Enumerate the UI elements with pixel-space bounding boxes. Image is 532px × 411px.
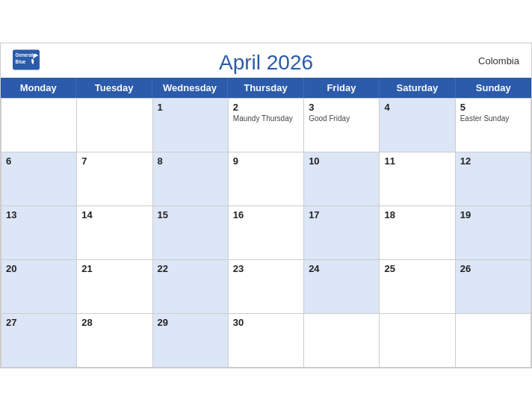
cell-date: 19 (460, 209, 526, 220)
calendar-title: April 2026 (16, 51, 516, 75)
cell-date: 3 (309, 102, 374, 113)
cell-date: 1 (158, 102, 223, 113)
cell-date: 11 (384, 155, 450, 167)
calendar-cell: 14 (77, 206, 152, 260)
calendar-grid: 12Maundy Thursday3Good Friday45Easter Su… (1, 98, 531, 368)
cell-date: 23 (233, 263, 299, 274)
calendar-cell: 25 (380, 260, 455, 314)
calendar-cell: 18 (380, 206, 455, 260)
svg-text:General: General (16, 52, 34, 58)
calendar-cell: 1 (153, 99, 229, 152)
calendar-cell: 22 (153, 260, 229, 314)
calendar-container: General Blue April 2026 Colombia Monday … (0, 43, 532, 368)
calendar-cell: 12 (456, 152, 531, 206)
cell-date: 4 (384, 102, 450, 113)
day-saturday: Saturday (380, 78, 455, 98)
calendar-cell: 2Maundy Thursday (229, 99, 304, 152)
calendar-cell: 19 (456, 206, 531, 260)
calendar-cell: 3Good Friday (304, 99, 380, 152)
day-friday: Friday (304, 78, 380, 98)
calendar-cell: 28 (77, 314, 152, 368)
logo-area: General Blue (13, 49, 40, 70)
logo-icon: General Blue (13, 49, 40, 70)
cell-date: 28 (81, 317, 147, 328)
cell-date: 5 (460, 102, 526, 113)
cell-date: 21 (81, 263, 147, 274)
calendar-cell: 16 (229, 206, 304, 260)
cell-date: 7 (81, 155, 147, 167)
calendar-header: General Blue April 2026 Colombia (1, 43, 531, 78)
calendar-cell: 26 (456, 260, 531, 314)
calendar-cell (380, 314, 455, 368)
country-label: Colombia (478, 55, 519, 67)
calendar-cell: 8 (153, 152, 229, 206)
cell-event: Maundy Thursday (233, 114, 299, 123)
day-wednesday: Wednesday (152, 78, 228, 98)
calendar-cell: 5Easter Sunday (456, 99, 531, 152)
calendar-cell: 13 (1, 206, 77, 260)
calendar-cell: 6 (1, 152, 77, 206)
calendar-cell (304, 314, 380, 368)
day-tuesday: Tuesday (76, 78, 152, 98)
cell-date: 2 (233, 102, 299, 113)
calendar-cell: 23 (229, 260, 304, 314)
cell-date: 16 (233, 209, 299, 220)
calendar-cell: 10 (304, 152, 380, 206)
calendar-cell: 9 (229, 152, 304, 206)
calendar-cell (1, 99, 77, 152)
calendar-cell (77, 99, 152, 152)
cell-date: 6 (6, 155, 72, 167)
cell-date: 18 (384, 209, 450, 220)
cell-date: 29 (158, 317, 223, 328)
cell-date: 15 (158, 209, 223, 220)
cell-date: 9 (233, 155, 299, 167)
cell-date: 13 (6, 209, 72, 220)
cell-event: Easter Sunday (460, 114, 526, 123)
day-sunday: Sunday (456, 78, 531, 98)
cell-date: 17 (309, 209, 374, 220)
cell-date: 27 (6, 317, 72, 328)
days-header: Monday Tuesday Wednesday Thursday Friday… (1, 78, 531, 98)
cell-date: 14 (81, 209, 147, 220)
cell-date: 24 (309, 263, 374, 274)
calendar-cell: 30 (229, 314, 304, 368)
svg-text:Blue: Blue (16, 59, 26, 64)
calendar-cell: 11 (380, 152, 455, 206)
calendar-cell: 27 (1, 314, 77, 368)
calendar-cell: 17 (304, 206, 380, 260)
cell-date: 25 (384, 263, 450, 274)
cell-date: 8 (158, 155, 223, 167)
cell-date: 20 (6, 263, 72, 274)
cell-event: Good Friday (309, 114, 374, 123)
calendar-cell: 4 (380, 99, 455, 152)
cell-date: 22 (158, 263, 223, 274)
calendar-cell: 24 (304, 260, 380, 314)
cell-date: 30 (233, 317, 299, 328)
cell-date: 26 (460, 263, 526, 274)
calendar-cell: 7 (77, 152, 152, 206)
day-thursday: Thursday (228, 78, 303, 98)
calendar-cell (456, 314, 531, 368)
calendar-cell: 29 (153, 314, 229, 368)
calendar-cell: 15 (153, 206, 229, 260)
day-monday: Monday (1, 78, 76, 98)
calendar-cell: 20 (1, 260, 77, 314)
cell-date: 12 (460, 155, 526, 167)
calendar-cell: 21 (77, 260, 152, 314)
cell-date: 10 (309, 155, 374, 167)
